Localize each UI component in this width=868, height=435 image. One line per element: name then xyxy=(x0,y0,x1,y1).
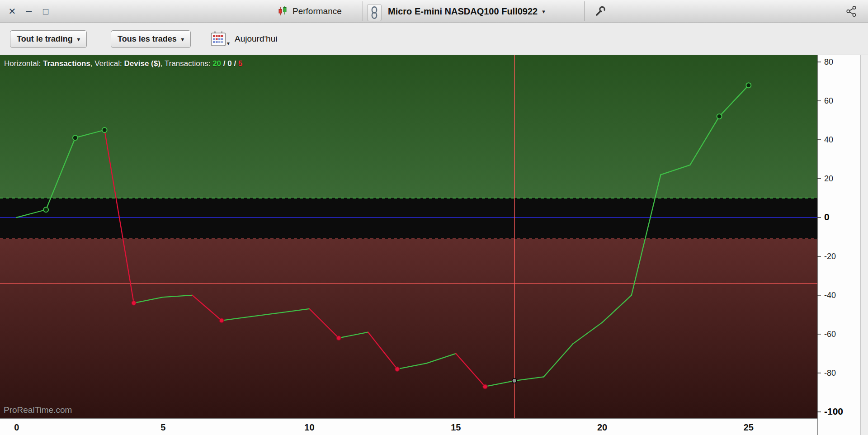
toolbar: Tout le trading ▾ Tous les trades ▾ xyxy=(0,23,868,55)
equity-curve-chart[interactable]: 806040200-20-40-60-80-1000510152025 xyxy=(0,55,868,435)
trade-marker-win xyxy=(43,207,48,212)
x-tick-label: 10 xyxy=(304,422,314,432)
chart-area: 806040200-20-40-60-80-1000510152025 Hori… xyxy=(0,55,868,435)
x-tick-label: 5 xyxy=(160,422,165,432)
x-tick-label: 15 xyxy=(451,422,461,432)
y-tick-label: -20 xyxy=(824,252,836,261)
chevron-down-icon: ▾ xyxy=(181,37,184,42)
wrench-icon xyxy=(594,5,606,17)
x-axis-panel xyxy=(0,418,868,435)
x-tick-label: 0 xyxy=(14,422,19,432)
performance-window: ✕ ─ □ Performance xyxy=(0,0,868,435)
share-button[interactable] xyxy=(844,0,859,23)
performance-title: Performance xyxy=(277,0,342,23)
chain-link-icon xyxy=(370,6,379,19)
calendar-button[interactable]: ▾ xyxy=(210,31,230,47)
chevron-down-icon: ▾ xyxy=(77,37,80,42)
close-button[interactable]: ✕ xyxy=(7,7,17,16)
settings-wrench-button[interactable] xyxy=(590,0,610,23)
trade-marker-loss xyxy=(395,367,400,371)
chevron-down-icon: ▾ xyxy=(227,41,230,46)
window-controls: ✕ ─ □ xyxy=(7,0,51,23)
trade-marker-loss xyxy=(483,384,487,389)
share-icon xyxy=(845,5,857,17)
watermark: ProRealTime.com xyxy=(4,405,72,415)
titlebar-divider xyxy=(584,1,585,21)
trades-filter-dropdown[interactable]: Tous les trades ▾ xyxy=(111,30,191,48)
y-tick-label: 0 xyxy=(824,212,830,222)
link-chart-button-wrap xyxy=(367,0,382,23)
titlebar-divider xyxy=(363,1,363,21)
titlebar: ✕ ─ □ Performance xyxy=(0,0,868,23)
trade-marker-current xyxy=(512,378,517,383)
trade-marker-loss xyxy=(219,318,224,323)
trade-marker-win xyxy=(746,83,751,88)
trade-marker-win xyxy=(717,114,722,119)
trade-marker-loss xyxy=(336,336,341,340)
trading-scope-label: Tout le trading xyxy=(17,34,73,44)
zone-neutral xyxy=(0,198,817,239)
chevron-down-icon: ▾ xyxy=(542,9,545,14)
y-tick-label: 60 xyxy=(824,96,833,105)
y-tick-label: 20 xyxy=(824,174,833,183)
maximize-button[interactable]: □ xyxy=(41,7,51,16)
y-tick-label: -60 xyxy=(824,330,836,339)
instrument-selector[interactable]: Micro E-mini NASDAQ100 Full0922 ▾ xyxy=(388,0,545,23)
trades-filter-label: Tous les trades xyxy=(118,34,177,44)
x-tick-label: 25 xyxy=(744,422,754,432)
candlestick-icon xyxy=(277,5,288,17)
y-tick-label: -80 xyxy=(824,369,836,378)
trade-marker-win xyxy=(102,128,107,132)
date-range-label: Aujourd'hui xyxy=(235,23,277,55)
trading-scope-dropdown[interactable]: Tout le trading ▾ xyxy=(10,30,87,48)
view-title: Performance xyxy=(292,6,342,16)
zone-profit xyxy=(0,55,817,198)
y-tick-label: -40 xyxy=(824,291,836,300)
zone-loss xyxy=(0,239,817,418)
y-tick-label: 80 xyxy=(824,57,833,66)
trade-marker-win xyxy=(73,135,78,140)
instrument-name: Micro E-mini NASDAQ100 Full0922 xyxy=(388,6,538,17)
y-tick-label: 40 xyxy=(824,135,833,144)
x-tick-label: 20 xyxy=(597,422,607,432)
link-chart-button[interactable] xyxy=(367,4,382,21)
minimize-button[interactable]: ─ xyxy=(24,7,34,15)
trade-marker-loss xyxy=(132,301,136,305)
y-tick-label: -100 xyxy=(824,406,843,416)
calendar-icon xyxy=(210,31,226,47)
right-gutter xyxy=(860,55,868,435)
